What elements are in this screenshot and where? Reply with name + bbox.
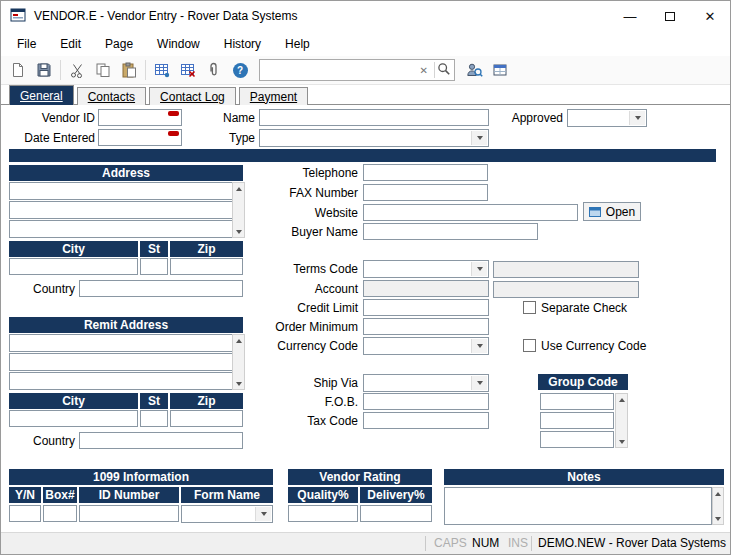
1099-box-input[interactable] <box>43 505 77 522</box>
notes-scrollbar[interactable] <box>712 487 724 525</box>
status-separator <box>425 536 426 551</box>
help-button[interactable]: ? <box>227 58 253 82</box>
toolbar-search[interactable]: ✕ <box>259 59 455 81</box>
group-code-scrollbar[interactable] <box>615 393 628 448</box>
paperclip-icon <box>206 62 222 78</box>
delivery-header: Delivery% <box>360 487 432 503</box>
title-bar: VENDOR.E - Vendor Entry - Rover Data Sys… <box>1 1 730 31</box>
table-view-button[interactable] <box>149 58 175 82</box>
delivery-input[interactable] <box>360 505 432 522</box>
currency-code-dropdown[interactable] <box>363 337 489 355</box>
quality-input[interactable] <box>288 505 358 522</box>
remit-zip-input[interactable] <box>170 410 243 427</box>
1099-yn-header: Y/N <box>9 487 41 503</box>
terms-code-dropdown[interactable] <box>363 260 489 278</box>
maximize-button[interactable] <box>650 1 690 31</box>
scroll-down-icon[interactable] <box>713 513 723 524</box>
remit-st-input[interactable] <box>140 410 168 427</box>
group-code-input-1[interactable] <box>540 393 614 410</box>
order-minimum-input[interactable] <box>363 318 489 335</box>
open-website-button[interactable]: Open <box>583 202 641 221</box>
1099-id-number-input[interactable] <box>79 505 179 522</box>
menu-help[interactable]: Help <box>273 33 322 55</box>
tab-bar: General Contacts Contact Log Payment <box>9 85 311 105</box>
scroll-up-icon[interactable] <box>233 183 244 194</box>
ship-via-dropdown[interactable] <box>363 374 489 392</box>
status-separator <box>531 536 532 551</box>
cut-button[interactable] <box>64 58 90 82</box>
scroll-down-icon[interactable] <box>233 226 244 237</box>
address-line-2-input[interactable] <box>9 201 233 219</box>
clear-search-icon[interactable]: ✕ <box>416 65 432 76</box>
menu-file[interactable]: File <box>5 33 48 55</box>
tab-payment[interactable]: Payment <box>239 87 308 105</box>
separate-check-checkbox[interactable] <box>523 301 536 314</box>
remit-st-header: St <box>140 393 168 409</box>
minimize-button[interactable]: — <box>610 1 650 31</box>
type-dropdown[interactable] <box>259 129 489 147</box>
tab-general[interactable]: General <box>9 85 74 105</box>
vendor-rating-header: Vendor Rating <box>288 469 432 485</box>
use-currency-code-checkbox[interactable] <box>523 339 536 352</box>
credit-limit-input[interactable] <box>363 299 489 316</box>
attach-button[interactable] <box>201 58 227 82</box>
account-description-field <box>493 281 639 298</box>
close-button[interactable]: ✕ <box>690 1 730 31</box>
address-line-3-input[interactable] <box>9 220 233 238</box>
scroll-down-icon[interactable] <box>233 378 244 389</box>
group-code-input-3[interactable] <box>540 431 614 448</box>
approved-dropdown[interactable] <box>567 109 647 127</box>
paste-button[interactable] <box>116 58 142 82</box>
remit-line-1-input[interactable] <box>9 334 233 352</box>
remit-city-input[interactable] <box>9 410 138 427</box>
search-icon[interactable] <box>437 62 451 79</box>
tax-code-input[interactable] <box>363 412 489 429</box>
tab-contact-log[interactable]: Contact Log <box>149 87 236 105</box>
account-label: Account <box>268 281 358 298</box>
address-zip-input[interactable] <box>170 258 243 275</box>
buyer-name-input[interactable] <box>363 223 538 240</box>
1099-yn-input[interactable] <box>9 505 41 522</box>
fax-input[interactable] <box>363 184 488 201</box>
remit-country-input[interactable] <box>79 432 243 449</box>
search-input[interactable] <box>263 61 416 79</box>
new-button[interactable] <box>5 58 31 82</box>
menu-edit[interactable]: Edit <box>48 33 93 55</box>
address-scrollbar[interactable] <box>232 182 245 238</box>
num-indicator: NUM <box>472 533 499 554</box>
notes-textarea[interactable] <box>444 487 712 525</box>
scroll-up-icon[interactable] <box>616 394 627 405</box>
scroll-up-icon[interactable] <box>233 335 244 346</box>
website-input[interactable] <box>363 204 578 221</box>
scroll-down-icon[interactable] <box>616 436 627 447</box>
ins-indicator: INS <box>508 533 528 554</box>
address-country-label: Country <box>15 281 75 298</box>
tab-contacts[interactable]: Contacts <box>77 87 146 105</box>
address-city-header: City <box>9 241 138 257</box>
layout-button[interactable] <box>487 58 513 82</box>
user-lookup-button[interactable] <box>461 58 487 82</box>
credit-limit-label: Credit Limit <box>268 300 358 317</box>
fob-label: F.O.B. <box>278 394 358 411</box>
group-code-input-2[interactable] <box>540 412 614 429</box>
currency-code-label: Currency Code <box>268 338 358 355</box>
address-st-input[interactable] <box>140 258 168 275</box>
quality-header: Quality% <box>288 487 358 503</box>
address-city-input[interactable] <box>9 258 138 275</box>
menu-window[interactable]: Window <box>145 33 212 55</box>
copy-button[interactable] <box>90 58 116 82</box>
name-input[interactable] <box>259 109 489 126</box>
menu-history[interactable]: History <box>212 33 273 55</box>
address-country-input[interactable] <box>79 280 243 297</box>
1099-form-name-dropdown[interactable] <box>181 505 273 523</box>
remit-line-2-input[interactable] <box>9 353 233 371</box>
telephone-input[interactable] <box>363 164 488 181</box>
table-delete-button[interactable] <box>175 58 201 82</box>
fob-input[interactable] <box>363 393 489 410</box>
address-line-1-input[interactable] <box>9 182 233 200</box>
scroll-up-icon[interactable] <box>713 488 723 499</box>
menu-page[interactable]: Page <box>93 33 145 55</box>
remit-line-3-input[interactable] <box>9 372 233 390</box>
remit-scrollbar[interactable] <box>232 334 245 390</box>
save-button[interactable] <box>31 58 57 82</box>
